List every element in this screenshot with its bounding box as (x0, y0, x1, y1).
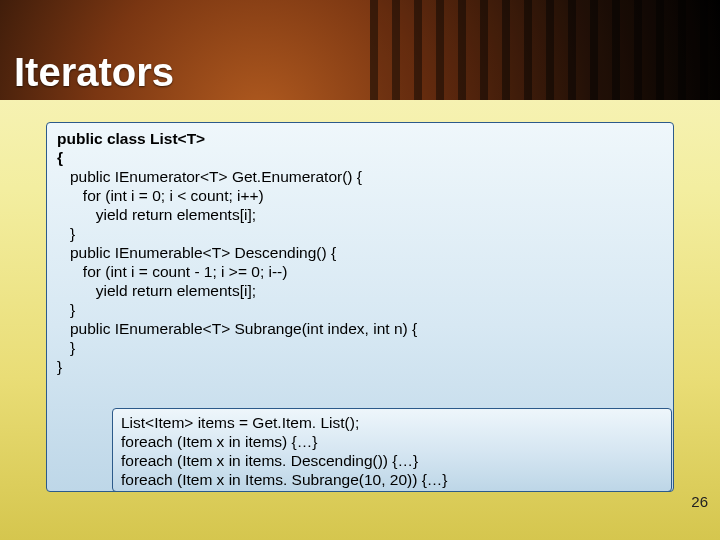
slide-title: Iterators (14, 50, 174, 95)
code-line: for (int i = 0; i < count; i++) (57, 186, 663, 205)
code-line: { (57, 148, 663, 167)
code-text: List<Item> items = Get. (121, 414, 282, 431)
code-line: public IEnumerable<T> Subrange(int index… (57, 319, 663, 338)
code-line: for (int i = count - 1; i >= 0; i--) (57, 262, 663, 281)
code-line: foreach (Item x in items) {…} (121, 432, 663, 451)
code-line: public class List<T> (57, 129, 663, 148)
code-line: foreach (Item x in items. Descending()) … (121, 451, 663, 470)
code-text: List(); (320, 414, 359, 431)
code-line: public IEnumerable<T> Descending() { (57, 243, 663, 262)
code-text: public IEnumerator<T> Get. (57, 168, 261, 185)
code-line: foreach (Item x in Items. Subrange(10, 2… (121, 470, 663, 489)
slide: Iterators public class List<T> { public … (0, 0, 720, 540)
code-line: } (57, 357, 663, 376)
code-text: Item. (282, 414, 321, 431)
code-line: } (57, 338, 663, 357)
code-line: yield return elements[i]; (57, 281, 663, 300)
code-line: List<Item> items = Get.Item. List(); (121, 413, 663, 432)
code-line: public IEnumerator<T> Get.Enumerator() { (57, 167, 663, 186)
code-box-inner: List<Item> items = Get.Item. List(); for… (112, 408, 672, 492)
code-text: Enumerator() { (261, 168, 362, 185)
page-number: 26 (691, 493, 708, 510)
code-line: } (57, 300, 663, 319)
code-line: } (57, 224, 663, 243)
code-line: yield return elements[i]; (57, 205, 663, 224)
